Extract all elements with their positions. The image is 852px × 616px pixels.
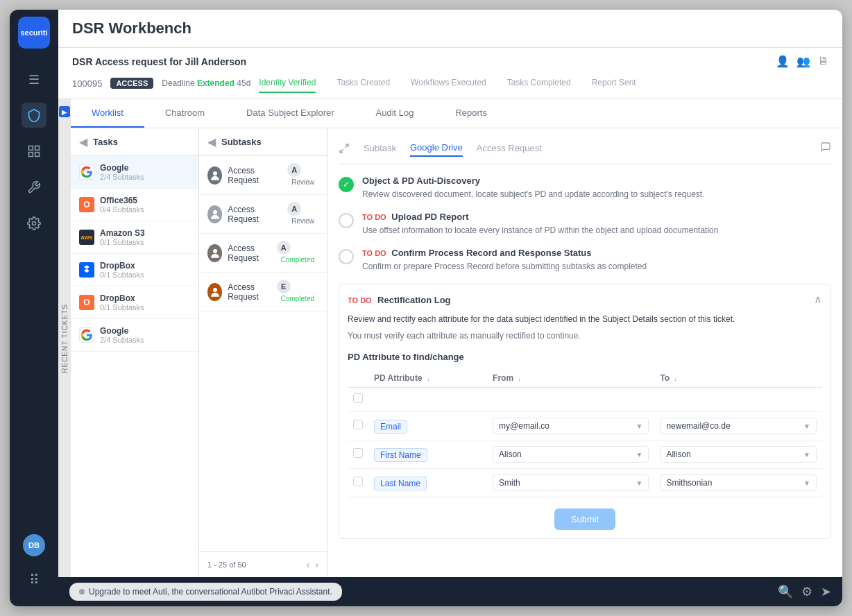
dots-icon[interactable]: ⠿	[24, 566, 45, 594]
task-info-google-2: Google 2/4 Subtasks	[100, 326, 144, 344]
firstname-to-value: Allison	[666, 450, 690, 459]
subtask-name-4: Access Request	[228, 282, 276, 302]
subtasks-panel-header: ◀ Subtasks	[199, 128, 327, 156]
sidebar-icon-settings[interactable]	[22, 211, 46, 236]
pd-section-title: PD Attribute to find/change	[348, 352, 822, 362]
task-detail-title-3: TO DO Confirm Process Record and Respons…	[362, 248, 831, 258]
deadline-label: Deadline Extended 45d	[162, 78, 250, 88]
lastname-checkbox[interactable]	[353, 477, 363, 486]
detail-tab-subtask[interactable]: Subtask	[364, 140, 396, 156]
task-sub-dropbox-2: 0/1 Subtasks	[100, 303, 144, 311]
sidebar-icon-tools[interactable]	[22, 175, 46, 200]
subtask-name-2: Access Request	[228, 205, 287, 224]
task-item-dropbox-2[interactable]: O DropBox 0/1 Subtasks	[71, 286, 198, 319]
email-from-select[interactable]: my@email.co ▼	[493, 418, 649, 434]
table-row-last-name: Last Name Smith ▼	[348, 469, 822, 497]
subtask-name-3: Access Request	[228, 243, 276, 263]
dsr-tab-workflows[interactable]: Workflows Executed	[411, 74, 486, 93]
hamburger-icon[interactable]: ☰	[23, 67, 45, 93]
subtask-row-1: Access Request A Review	[228, 163, 318, 187]
firstname-to-arrow: ▼	[803, 451, 810, 459]
detail-tab-google-drive[interactable]: Google Drive	[410, 139, 463, 157]
sidebar-icon-grid[interactable]	[22, 139, 46, 164]
rectification-section: TO DO Rectification Log ∧ Review and rec…	[339, 284, 831, 539]
lastname-to-select[interactable]: Smithsonian ▼	[660, 474, 817, 491]
subtask-item-1[interactable]: Access Request A Review	[199, 156, 327, 195]
screen-icon[interactable]: 🖥	[817, 55, 828, 68]
task-check-circle-2	[339, 213, 354, 228]
tasks-panel: ◀ Tasks Google 2/4 Subtasks	[71, 128, 199, 577]
expand-recent-icon[interactable]: ▶	[59, 106, 70, 117]
export-icon[interactable]: ➤	[821, 584, 831, 599]
task-item-google-1[interactable]: Google 2/4 Subtasks	[71, 156, 198, 189]
subtasks-back-button[interactable]: ◀	[207, 135, 216, 148]
sidebar-icon-shield[interactable]	[22, 103, 46, 128]
firstname-to-select[interactable]: Allison ▼	[660, 446, 817, 463]
tab-audit-log[interactable]: Audit Log	[355, 99, 435, 128]
task-item-amazon-s3[interactable]: aws Amazon S3 0/1 Subtasks	[71, 221, 198, 254]
dsr-tab-report-sent[interactable]: Report Sent	[592, 74, 636, 93]
subtasks-panel: ◀ Subtasks Access Request	[199, 128, 327, 577]
dsr-tab-tasks-created[interactable]: Tasks Created	[336, 74, 390, 93]
tab-reports[interactable]: Reports	[434, 99, 508, 128]
task-item-dropbox-1[interactable]: DropBox 0/1 Subtasks	[71, 254, 198, 286]
subtask-letter-2: A	[287, 202, 301, 216]
subtask-item-4[interactable]: Access Request E Completed	[199, 273, 327, 311]
dsr-header: DSR Access request for Jill Anderson 👤 👥…	[58, 48, 842, 99]
app-logo: securiti	[18, 17, 50, 49]
todo-badge-2: TO DO	[362, 213, 386, 221]
person-icon[interactable]: 👤	[776, 55, 790, 68]
user-avatar[interactable]: DB	[23, 534, 45, 556]
ticket-id: 100095	[72, 78, 102, 89]
amazon-s3-logo: aws	[79, 230, 94, 245]
detail-tab-access-request[interactable]: Access Request	[477, 140, 542, 156]
filter-icon[interactable]: ⚙	[801, 584, 812, 599]
dsr-tab-identity-verified[interactable]: Identity Verified	[259, 74, 316, 93]
bottom-icons: 🔍 ⚙ ➤	[778, 584, 831, 599]
subtask-item-3[interactable]: Access Request A Completed	[199, 234, 327, 273]
dsr-tab-tasks-completed[interactable]: Tasks Completed	[507, 74, 571, 93]
rectification-header: TO DO Rectification Log ∧	[348, 293, 822, 306]
next-page-button[interactable]: ›	[315, 559, 318, 570]
task-item-office365[interactable]: O Office365 0/4 Subtasks	[71, 189, 198, 221]
rect-collapse-button[interactable]: ∧	[814, 293, 822, 306]
tasks-back-button[interactable]: ◀	[79, 135, 87, 148]
chat-upgrade-message[interactable]: Upgrade to meet Auti, the conversational…	[69, 583, 342, 601]
subtask-completed-3: Completed	[277, 255, 318, 265]
email-to-arrow: ▼	[803, 422, 810, 430]
firstname-from-select[interactable]: Alison ▼	[493, 446, 649, 463]
task-item-google-2[interactable]: Google 2/4 Subtasks	[71, 319, 198, 352]
comment-icon[interactable]	[820, 142, 831, 155]
search-icon[interactable]: 🔍	[778, 584, 793, 599]
subtask-row-4: Access Request E Completed	[228, 280, 318, 304]
email-checkbox[interactable]	[353, 420, 363, 429]
email-to-select[interactable]: newemail@co.de ▼	[660, 418, 817, 434]
subtask-avatar-2	[207, 205, 222, 223]
tab-worklist[interactable]: Worklist	[71, 99, 144, 128]
tab-chatroom[interactable]: Chatroom	[144, 99, 225, 128]
recent-tickets-strip[interactable]: ▶ RECENT TICKETS	[58, 99, 71, 577]
subtask-item-2[interactable]: Access Request A Review	[199, 195, 327, 234]
tab-data-subject-explorer[interactable]: Data Subject Explorer	[225, 99, 355, 128]
sidebar: securiti ☰ DB ⠿	[10, 10, 58, 606]
expand-fullscreen-icon[interactable]	[339, 143, 350, 154]
subtask-review-1: Review	[287, 177, 318, 187]
group-icon[interactable]: 👥	[796, 55, 810, 68]
to-sort[interactable]: ↓	[674, 375, 678, 382]
header-checkbox[interactable]	[353, 393, 363, 403]
pagination: 1 - 25 of 50 ‹ ›	[199, 551, 327, 577]
detail-panel: Subtask Google Drive Access Request Obj	[327, 128, 842, 577]
firstname-checkbox[interactable]	[353, 448, 363, 458]
lastname-from-select[interactable]: Smith ▼	[493, 474, 649, 491]
from-sort[interactable]: ↓	[518, 375, 521, 382]
subtask-status-3: A Completed	[277, 241, 318, 265]
svg-point-6	[213, 210, 217, 214]
task-check-circle-3	[339, 249, 354, 264]
email-to-value: newemail@co.de	[666, 421, 730, 431]
task-info-google-1: Google 2/4 Subtasks	[100, 163, 144, 181]
svg-rect-2	[29, 153, 33, 157]
prev-page-button[interactable]: ‹	[307, 559, 310, 570]
pd-attribute-sort[interactable]: ↓	[427, 375, 430, 382]
firstname-from-value: Alison	[499, 450, 522, 459]
submit-button[interactable]: Submit	[554, 508, 615, 530]
